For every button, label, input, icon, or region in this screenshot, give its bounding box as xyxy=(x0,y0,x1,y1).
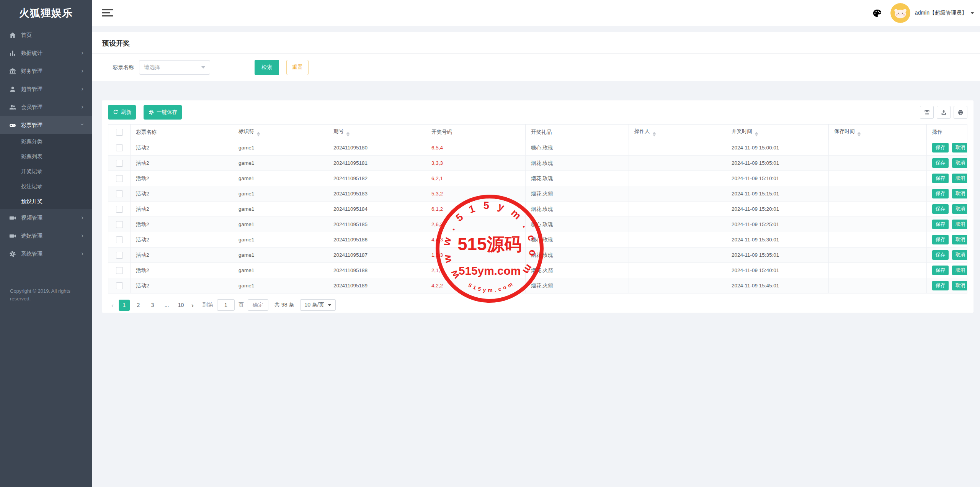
cancel-button[interactable]: 取消 xyxy=(952,143,967,152)
goto-prefix-label: 到第 xyxy=(203,302,213,308)
cell-draw-time: 2024-11-09 15:00:01 xyxy=(726,140,829,156)
sidebar-submenu-item[interactable]: 开奖记录 xyxy=(0,164,92,179)
column-header[interactable]: 保存时间 xyxy=(829,125,927,140)
save-button[interactable]: 保存 xyxy=(932,189,949,198)
row-checkbox[interactable] xyxy=(116,267,123,274)
table-tool-icon-button[interactable] xyxy=(954,106,967,119)
sidebar-submenu-item[interactable]: 投注记录 xyxy=(0,179,92,194)
row-checkbox[interactable] xyxy=(116,221,123,228)
save-button[interactable]: 保存 xyxy=(932,158,949,168)
goto-page-input[interactable] xyxy=(217,299,235,311)
sort-icon[interactable] xyxy=(653,132,656,136)
prev-page-button[interactable]: ‹ xyxy=(108,300,117,311)
cancel-button[interactable]: 取消 xyxy=(952,250,967,260)
sidebar-menu-item[interactable]: 数据统计 › xyxy=(0,44,92,62)
save-button[interactable]: 保存 xyxy=(932,143,949,152)
cell-issue: 202411095186 xyxy=(328,232,426,248)
cell-save-time xyxy=(829,186,927,202)
cell-gift: 烟花,玫瑰 xyxy=(526,156,629,171)
row-checkbox[interactable] xyxy=(116,206,123,213)
sidebar-menu-item[interactable]: 视频管理 › xyxy=(0,209,92,227)
page-number-button[interactable]: 2 xyxy=(133,300,144,311)
page-number-button[interactable]: 10 xyxy=(175,300,186,311)
cell-operator xyxy=(629,248,726,263)
row-checkbox[interactable] xyxy=(116,144,123,151)
page-number-button[interactable]: ... xyxy=(161,300,172,311)
search-button[interactable]: 检索 xyxy=(255,60,279,75)
sidebar-submenu-item[interactable]: 彩票分类 xyxy=(0,134,92,149)
row-checkbox-cell xyxy=(108,156,131,171)
save-button[interactable]: 保存 xyxy=(932,250,949,260)
sidebar-menu-item[interactable]: 财务管理 › xyxy=(0,62,92,80)
page-number-button[interactable]: 1 xyxy=(119,300,130,311)
page-number-button[interactable]: 3 xyxy=(147,300,158,311)
column-header[interactable]: 期号 xyxy=(328,125,426,140)
user-menu[interactable]: admin【超级管理员】 xyxy=(915,10,974,16)
save-button[interactable]: 保存 xyxy=(932,204,949,214)
row-checkbox[interactable] xyxy=(116,236,123,243)
cancel-button[interactable]: 取消 xyxy=(952,220,967,229)
cell-operator xyxy=(629,156,726,171)
column-header[interactable]: 标识符 xyxy=(233,125,328,140)
save-button[interactable]: 保存 xyxy=(932,174,949,183)
cancel-button[interactable]: 取消 xyxy=(952,204,967,214)
column-header[interactable]: 操作 xyxy=(927,125,967,140)
sidebar-menu-item[interactable]: 首页 xyxy=(0,26,92,44)
save-button[interactable]: 保存 xyxy=(932,281,949,290)
save-button[interactable]: 保存 xyxy=(932,235,949,244)
sidebar-menu-item[interactable]: 会员管理 › xyxy=(0,98,92,116)
cell-draw-numbers: 6,2,1 xyxy=(426,171,526,186)
sidebar-submenu-item[interactable]: 彩票列表 xyxy=(0,149,92,164)
column-header[interactable]: 开奖号码 xyxy=(426,125,526,140)
cancel-button[interactable]: 取消 xyxy=(952,189,967,198)
cell-actions: 保存取消 xyxy=(927,248,967,263)
row-checkbox[interactable] xyxy=(116,160,123,167)
sidebar-menu-item[interactable]: 超管管理 › xyxy=(0,80,92,98)
cancel-button[interactable]: 取消 xyxy=(952,174,967,183)
chevron-icon: › xyxy=(81,232,83,239)
chevron-icon: › xyxy=(78,123,86,125)
tool-icon xyxy=(924,109,930,116)
column-header[interactable]: 操作人 xyxy=(629,125,726,140)
select-all-cell xyxy=(108,125,131,140)
sidebar-menu-item[interactable]: 系统管理 › xyxy=(0,245,92,263)
row-checkbox[interactable] xyxy=(116,252,123,259)
one-key-save-button[interactable]: 一键保存 xyxy=(144,105,182,120)
sidebar-submenu-item[interactable]: 预设开奖 xyxy=(0,194,92,209)
reset-button[interactable]: 重置 xyxy=(286,60,309,75)
tool-icon xyxy=(957,109,964,116)
row-checkbox[interactable] xyxy=(116,175,123,182)
theme-palette-icon[interactable] xyxy=(872,8,882,18)
next-page-button[interactable]: › xyxy=(188,300,197,311)
table-tool-icon-button[interactable] xyxy=(937,106,951,119)
cancel-button[interactable]: 取消 xyxy=(952,235,967,244)
sort-icon[interactable] xyxy=(346,132,350,136)
sidebar-menu-item[interactable]: 选妃管理 › xyxy=(0,227,92,245)
cancel-button[interactable]: 取消 xyxy=(952,158,967,168)
goto-confirm-button[interactable]: 确定 xyxy=(248,299,268,311)
avatar[interactable] xyxy=(890,3,910,23)
lottery-name-select[interactable]: 请选择 xyxy=(139,60,210,75)
select-all-checkbox[interactable] xyxy=(116,129,123,136)
page-size-select[interactable]: 10 条/页 xyxy=(300,299,335,311)
sidebar-menu-item[interactable]: 彩票管理 › xyxy=(0,116,92,134)
row-checkbox[interactable] xyxy=(116,190,123,197)
cancel-button[interactable]: 取消 xyxy=(952,266,967,275)
save-button[interactable]: 保存 xyxy=(932,220,949,229)
column-header[interactable]: 开奖礼品 xyxy=(526,125,629,140)
sort-icon[interactable] xyxy=(257,132,260,136)
refresh-button[interactable]: 刷新 xyxy=(108,105,136,120)
sort-icon[interactable] xyxy=(755,132,758,136)
save-button[interactable]: 保存 xyxy=(932,266,949,275)
sort-icon[interactable] xyxy=(858,132,861,136)
column-header[interactable]: 彩票名称 xyxy=(131,125,233,140)
app-logo[interactable]: 火狐狸娱乐 xyxy=(0,0,92,26)
cell-draw-numbers: 6,5,4 xyxy=(426,140,526,156)
menu-toggle-button[interactable] xyxy=(102,9,113,17)
column-header[interactable]: 开奖时间 xyxy=(726,125,829,140)
row-checkbox[interactable] xyxy=(116,282,123,289)
cell-issue: 202411095183 xyxy=(328,186,426,202)
table-tool-icon-button[interactable] xyxy=(920,106,934,119)
menu-icon xyxy=(9,67,16,75)
cancel-button[interactable]: 取消 xyxy=(952,281,967,290)
